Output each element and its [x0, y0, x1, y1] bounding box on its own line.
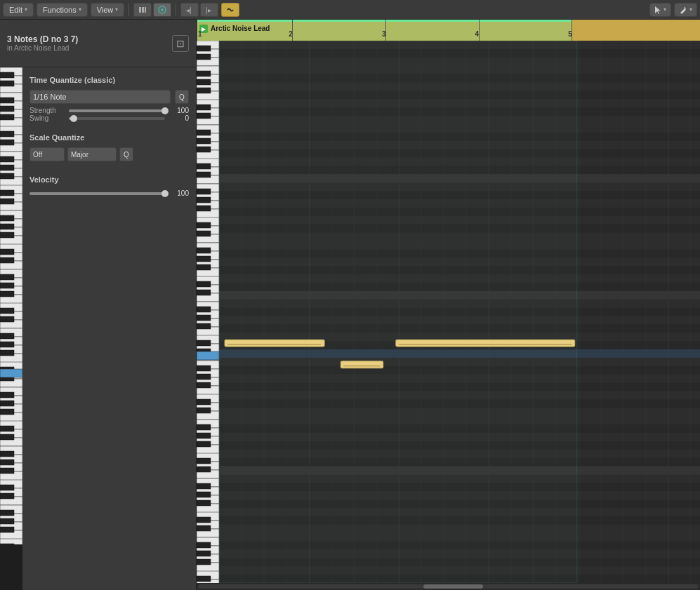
pencil-chevron-icon: ▾ [689, 6, 692, 13]
q-button[interactable]: Q [175, 90, 189, 104]
note-value-select[interactable]: 1/16 Note [29, 90, 171, 104]
scrollbar-thumb[interactable] [423, 584, 484, 589]
view-label: View [97, 6, 114, 14]
view-chevron-icon: ▾ [115, 6, 118, 13]
left-panel: 3 Notes (D no 3 7) in Arctic Noise Lead … [0, 20, 197, 590]
strength-row: Strength 100 [29, 107, 189, 114]
scale-major-select[interactable]: Major [67, 147, 117, 161]
velocity-value: 100 [169, 189, 189, 197]
vline-3 [385, 20, 386, 41]
svg-rect-59 [225, 340, 324, 347]
bar-1: 1 [197, 30, 202, 38]
velocity-group: Velocity 100 [29, 175, 189, 197]
scrollbar-area[interactable] [197, 583, 700, 590]
piano-grid-area[interactable] [219, 41, 700, 583]
right-arrow-icon-btn[interactable]: |▸ [200, 3, 218, 17]
separator-1 [128, 4, 129, 16]
region-label: Arctic Noise Lead [211, 25, 270, 32]
svg-rect-20 [0, 67, 22, 544]
note-header: 3 Notes (D no 3 7) in Arctic Noise Lead … [0, 20, 196, 67]
svg-rect-61 [341, 361, 383, 368]
svg-text:◂|: ◂| [186, 6, 192, 14]
svg-rect-21 [0, 369, 22, 377]
snap-icon-btn[interactable] [133, 3, 152, 17]
velocity-row: 100 [29, 189, 189, 197]
cursor-tool-button[interactable]: ▾ [649, 3, 671, 17]
note-icon-symbol: ⊡ [176, 38, 185, 49]
note-info: 3 Notes (D no 3 7) in Arctic Noise Lead [7, 34, 166, 52]
edit-menu-button[interactable]: Edit ▾ [3, 3, 34, 17]
svg-rect-58 [219, 41, 577, 583]
view-menu-button[interactable]: View ▾ [91, 3, 125, 17]
vline-2 [292, 20, 293, 41]
vline-4 [479, 20, 480, 41]
note-icon-btn[interactable]: ⊡ [172, 35, 189, 52]
svg-rect-38 [197, 41, 219, 583]
icon-group-2: ◂| |▸ [180, 3, 218, 17]
pencil-tool-button[interactable]: ▾ [674, 3, 697, 17]
note-subtitle: in Arctic Noise Lead [7, 44, 166, 52]
edit-chevron-icon: ▾ [25, 6, 27, 13]
time-quantize-group: Time Quantize (classic) 1/16 Note Q Stre… [29, 76, 189, 122]
controls-panel: Time Quantize (classic) 1/16 Note Q Stre… [22, 67, 196, 590]
edit-label: Edit [9, 6, 22, 14]
swing-slider[interactable] [69, 117, 165, 120]
scale-off-select[interactable]: Off [29, 147, 65, 161]
separator-2 [176, 4, 176, 16]
svg-rect-0 [139, 7, 141, 13]
svg-rect-39 [197, 351, 219, 360]
icon-group-1 [133, 3, 171, 17]
cursor-chevron-icon: ▾ [663, 6, 666, 13]
svg-rect-2 [145, 7, 146, 13]
swing-label: Swing [29, 114, 65, 122]
left-arrow-icon-btn[interactable]: ◂| [180, 3, 199, 17]
main-area: 3 Notes (D no 3 7) in Arctic Noise Lead … [0, 20, 700, 590]
vline-1 [197, 20, 197, 41]
timeline-ruler[interactable]: Arctic Noise Lead ▶ 1 2 3 4 5 [197, 20, 700, 41]
vline-5 [572, 20, 572, 41]
toolbar: Edit ▾ Functions ▾ View ▾ ◂| [0, 0, 700, 20]
strength-label: Strength [29, 107, 65, 114]
scale-quantize-title: Scale Quantize [29, 133, 189, 142]
svg-rect-63 [396, 340, 575, 347]
piano-roll-right: Arctic Noise Lead ▶ 1 2 3 4 5 [197, 20, 700, 590]
piano-keys-strip-right[interactable]: C3 C2 C1 C0 [197, 41, 219, 583]
piano-grid-container[interactable]: C3 C2 C1 C0 [197, 41, 700, 583]
midi-icon-btn[interactable] [153, 3, 171, 17]
strength-slider[interactable] [69, 109, 165, 112]
svg-marker-7 [655, 6, 661, 14]
svg-point-4 [161, 8, 164, 11]
toolbar-right: ▾ ▾ [649, 3, 697, 17]
time-quantize-title: Time Quantize (classic) [29, 76, 189, 84]
scale-quantize-group: Scale Quantize Off Major Q [29, 133, 189, 161]
svg-rect-1 [142, 7, 144, 13]
svg-text:|▸: |▸ [206, 6, 211, 14]
functions-menu-button[interactable]: Functions ▾ [37, 3, 88, 17]
velocity-slider[interactable] [29, 192, 165, 195]
swing-value: 0 [169, 114, 189, 122]
note-value-row: 1/16 Note Q [29, 90, 189, 104]
link-icon-btn[interactable] [221, 3, 239, 17]
scrollbar-track[interactable] [198, 584, 699, 589]
scale-row: Off Major Q [29, 147, 189, 161]
note-title: 3 Notes (D no 3 7) [7, 34, 166, 44]
velocity-title: Velocity [29, 175, 189, 184]
piano-keys-left[interactable] [0, 67, 22, 590]
strength-value: 100 [169, 107, 189, 114]
functions-chevron-icon: ▾ [79, 6, 81, 13]
functions-label: Functions [43, 6, 77, 14]
swing-row: Swing 0 [29, 114, 189, 122]
scale-q-button[interactable]: Q [119, 147, 133, 161]
